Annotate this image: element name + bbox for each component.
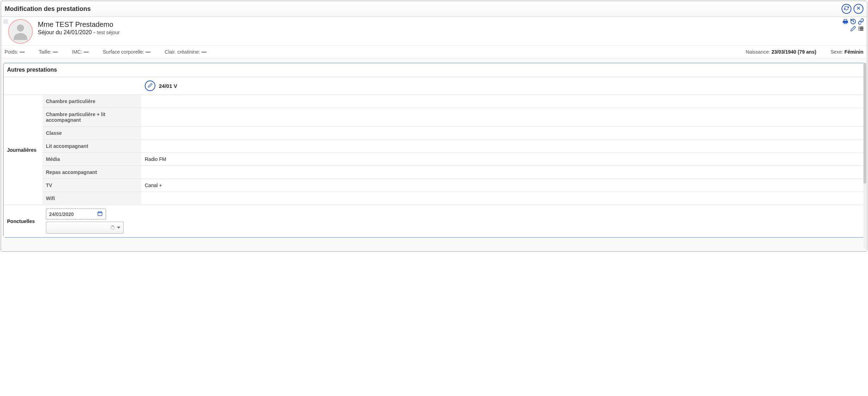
presta-value[interactable] — [141, 127, 864, 140]
table-row: Wifi — [4, 192, 864, 205]
svg-rect-7 — [858, 28, 859, 29]
presta-value[interactable] — [141, 140, 864, 153]
presta-name: Chambre particulière + lit accompagnant — [42, 108, 141, 127]
birth-label: Naissance: — [746, 49, 770, 55]
edit-icon — [148, 83, 153, 89]
content-area[interactable]: Autres prestations — [1, 59, 867, 251]
punctual-value-cell[interactable] — [141, 205, 864, 238]
table-row: Repas accompagnant — [4, 166, 864, 179]
table-row: Média Radio FM — [4, 153, 864, 166]
loading-spinner-icon — [111, 226, 115, 230]
height-value: — — [53, 49, 58, 55]
presta-value[interactable] — [141, 108, 864, 127]
prestations-table: 24/01 V Journalières Chambre particulièr… — [4, 77, 864, 237]
table-row: Ponctuelles 24/01/2020 — [4, 205, 864, 238]
stay-type: test séjour — [97, 30, 120, 35]
birth-value: 23/03/1940 (79 ans) — [772, 49, 816, 55]
table-row: Lit accompagnant — [4, 140, 864, 153]
group-punctual-label: Ponctuelles — [4, 205, 42, 238]
vitals-strip: Poids: — Taille: — IMC: — Surface corpor… — [1, 45, 867, 59]
history-button[interactable] — [850, 19, 856, 25]
svg-line-4 — [853, 22, 854, 22]
patient-info: Mme TEST Prestademo Séjour du 24/01/2020… — [38, 19, 864, 36]
stay-prefix: Séjour du 24/01/2020 - — [38, 29, 95, 35]
table-row: TV Canal + — [4, 179, 864, 192]
presta-name: Classe — [42, 127, 141, 140]
bmi-pair: IMC: — — [72, 49, 89, 55]
weight-value: — — [20, 49, 25, 55]
punctual-type-select[interactable] — [46, 222, 124, 234]
patient-banner: Mme TEST Prestademo Séjour du 24/01/2020… — [1, 17, 867, 45]
svg-rect-6 — [860, 27, 863, 28]
date-column-header: 24/01 V — [141, 77, 864, 95]
banner-actions — [842, 19, 864, 32]
title-actions — [842, 4, 863, 14]
svg-rect-9 — [858, 30, 859, 30]
close-button[interactable] — [854, 4, 863, 14]
group-daily-label: Journalières — [4, 95, 42, 205]
edit-icon — [850, 25, 856, 33]
presta-value[interactable]: Canal + — [141, 179, 864, 192]
punctual-controls-cell: 24/01/2020 — [42, 205, 141, 238]
weight-label: Poids: — [5, 49, 18, 55]
bmi-label: IMC: — [72, 49, 83, 55]
title-bar: Modification des prestations — [1, 1, 867, 17]
refresh-button[interactable] — [842, 4, 851, 14]
presta-name: Repas accompagnant — [42, 166, 141, 179]
bsa-label: Surface corporelle: — [103, 49, 144, 55]
patient-name: Mme TEST Prestademo — [38, 20, 864, 29]
presta-name: Média — [42, 153, 141, 166]
table-row: Classe — [4, 127, 864, 140]
svg-rect-11 — [98, 212, 102, 216]
avatar — [8, 19, 33, 44]
presta-value[interactable] — [141, 192, 864, 205]
bsa-value: — — [145, 49, 150, 55]
list-icon — [858, 25, 864, 33]
print-button[interactable] — [842, 19, 849, 25]
table-row: Journalières Chambre particulière — [4, 95, 864, 108]
table-header-blank — [4, 77, 141, 95]
scrollbar-thumb[interactable] — [863, 63, 866, 184]
panel-title: Autres prestations — [4, 63, 864, 77]
prestations-panel: Autres prestations — [3, 63, 865, 238]
punctual-date-value: 24/01/2020 — [49, 211, 74, 217]
modal-window: Modification des prestations Mme TEST Pr… — [1, 1, 867, 252]
presta-name: TV — [42, 179, 141, 192]
scrollbar[interactable] — [863, 63, 866, 248]
sex-label: Sexe: — [831, 49, 843, 55]
refresh-icon — [844, 6, 849, 12]
sex-value: Féminin — [844, 49, 863, 55]
creat-value: — — [202, 49, 207, 55]
link-button[interactable] — [858, 19, 864, 25]
svg-rect-10 — [860, 30, 863, 30]
close-icon — [856, 6, 861, 12]
presta-name: Chambre particulière — [42, 95, 141, 108]
svg-rect-5 — [858, 27, 859, 28]
presta-value[interactable]: Radio FM — [141, 153, 864, 166]
history-icon — [850, 18, 856, 26]
creat-pair: Clair. créatinine: — — [165, 49, 206, 55]
print-icon — [842, 18, 849, 26]
calendar-icon — [97, 211, 103, 217]
status-indicator — [3, 19, 8, 24]
list-button[interactable] — [858, 26, 864, 32]
link-icon — [858, 18, 864, 26]
height-pair: Taille: — — [39, 49, 58, 55]
presta-value[interactable] — [141, 95, 864, 108]
punctual-date-input[interactable]: 24/01/2020 — [46, 209, 106, 220]
presta-name: Wifi — [42, 192, 141, 205]
date-header-label: 24/01 V — [159, 83, 177, 89]
stay-line: Séjour du 24/01/2020 - test séjour — [38, 29, 864, 36]
edit-banner-button[interactable] — [850, 26, 856, 32]
bsa-pair: Surface corporelle: — — [103, 49, 150, 55]
modal-title: Modification des prestations — [5, 5, 91, 13]
svg-point-2 — [17, 24, 24, 31]
svg-rect-8 — [860, 28, 863, 29]
bmi-value: — — [84, 49, 89, 55]
table-row: Chambre particulière + lit accompagnant — [4, 108, 864, 127]
creat-label: Clair. créatinine: — [165, 49, 200, 55]
chevron-down-icon — [117, 227, 120, 229]
edit-day-button[interactable] — [145, 80, 155, 91]
birth-pair: Naissance: 23/03/1940 (79 ans) — [746, 49, 816, 55]
presta-value[interactable] — [141, 166, 864, 179]
